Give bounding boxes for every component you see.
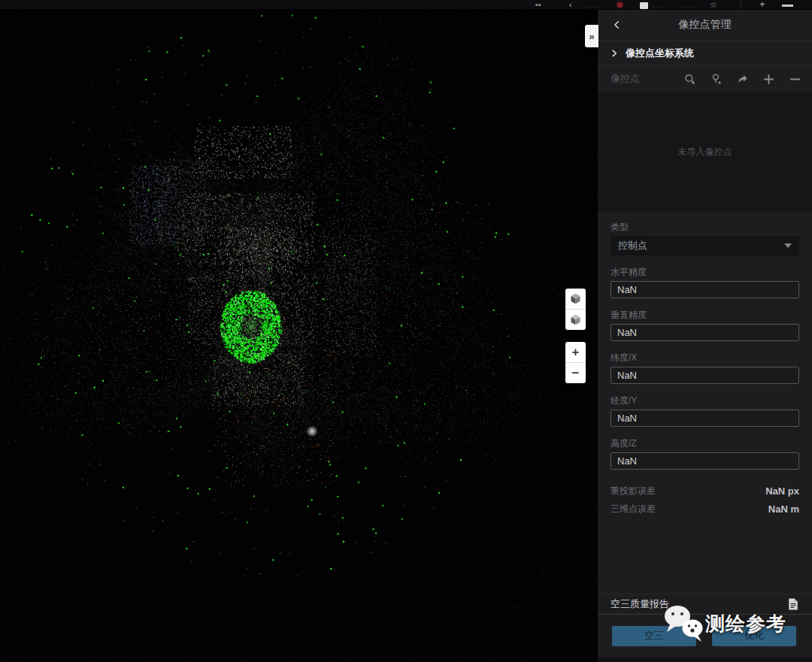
horizontal-accuracy-input[interactable]: [611, 281, 799, 298]
panel-header: 像控点管理: [598, 9, 812, 41]
gcp-toolbar-icons: [683, 73, 801, 86]
zoom-to-icon: [683, 73, 696, 86]
action-bar: 空三 优化: [598, 615, 812, 657]
toolbar-fragment-icon: ▪▪: [535, 1, 541, 9]
add-point-button[interactable]: [762, 73, 775, 86]
panel-bottom-strip: [598, 657, 812, 662]
optimize-button[interactable]: 优化: [712, 626, 796, 646]
zoom-in-button[interactable]: +: [565, 342, 586, 362]
chevron-left-icon: [612, 20, 623, 30]
gcp-management-panel: 像控点管理 像控点坐标系统 像控点: [598, 9, 812, 662]
field-label: 水平精度: [611, 267, 799, 277]
minus-fragment-icon: [782, 5, 793, 7]
toolbar-label-fragment: ·······: [680, 3, 700, 10]
open-report-button[interactable]: [787, 598, 799, 610]
panel-expand-button[interactable]: »: [585, 25, 598, 47]
longitude-y-input[interactable]: [611, 410, 799, 427]
plus-fragment-icon: +: [759, 0, 765, 9]
zoom-to-point-button[interactable]: [683, 73, 696, 86]
chevron-double-right-icon: »: [589, 31, 594, 42]
top-toolbar-strip: ▪▪ ‹ ········ ····· ······· ☆ +: [0, 0, 812, 10]
quality-report-row: 空三质量报告: [598, 594, 812, 615]
field-longitude-y: 经度/Y: [611, 395, 799, 427]
gcp-empty-list: 未导入像控点: [598, 92, 812, 212]
view-cube-wire-button[interactable]: [565, 310, 586, 330]
latitude-x-input[interactable]: [611, 367, 799, 384]
field-label: 经度/Y: [611, 395, 799, 406]
empty-list-message: 未导入像控点: [678, 146, 732, 159]
panel-spacer: [598, 518, 812, 594]
stat-label: 三维点误差: [611, 503, 656, 515]
point3d-error-row: 三维点误差 NaN m: [611, 500, 799, 518]
chevron-down-icon: [784, 243, 792, 248]
zoom-control: + −: [565, 342, 586, 383]
height-z-input[interactable]: [611, 452, 799, 470]
point-cloud-viewport[interactable]: [0, 9, 598, 662]
back-button[interactable]: [611, 18, 624, 32]
minus-icon: −: [572, 367, 580, 379]
gcp-toolbar: 像控点: [598, 66, 812, 92]
layer-fragment-icon: [640, 2, 648, 9]
field-label: 高度/Z: [611, 438, 799, 449]
point-cloud-canvas[interactable]: [0, 9, 598, 662]
view-mode-control: [565, 289, 586, 330]
type-select-value: 控制点: [618, 239, 647, 252]
cube-icon: [569, 292, 582, 305]
panel-title: 像控点管理: [679, 18, 732, 32]
field-height-z: 高度/Z: [611, 438, 799, 470]
gcp-list-label: 像控点: [611, 72, 640, 86]
star-fragment-icon: ☆: [710, 1, 717, 9]
chevron-right-icon: [610, 49, 619, 58]
stat-label: 重投影误差: [611, 485, 656, 497]
share-arrow-icon: [736, 73, 749, 86]
plus-icon: [762, 73, 775, 86]
error-stats: 重投影误差 NaN px 三维点误差 NaN m: [611, 482, 799, 518]
reprojection-error-row: 重投影误差 NaN px: [611, 482, 799, 500]
record-indicator-icon: [617, 2, 623, 8]
toolbar-divider: [741, 0, 741, 9]
field-label: 纬度/X: [611, 352, 799, 363]
field-vertical-accuracy: 垂直精度: [611, 310, 799, 341]
vertical-accuracy-input[interactable]: [611, 324, 799, 341]
cube-icon: [569, 313, 582, 326]
zoom-out-button[interactable]: −: [565, 363, 586, 383]
quality-report-label: 空三质量报告: [611, 597, 669, 611]
coordinate-system-expander[interactable]: 像控点坐标系统: [598, 41, 812, 66]
toolbar-label-fragment: ········: [580, 3, 602, 10]
field-label: 垂直精度: [611, 310, 799, 320]
document-icon: [788, 598, 798, 610]
toolbar-label-fragment: ·····: [653, 3, 666, 10]
field-horizontal-accuracy: 水平精度: [611, 267, 799, 298]
chevron-left-fragment-icon: ‹: [569, 1, 572, 9]
aerotriangulation-button[interactable]: 空三: [612, 626, 696, 646]
stat-value: NaN m: [768, 503, 799, 515]
type-label: 类型: [611, 222, 799, 232]
field-latitude-x: 纬度/X: [611, 352, 799, 384]
plus-icon: +: [572, 346, 580, 358]
locate-pin-icon: [710, 73, 723, 86]
type-select[interactable]: 控制点: [611, 236, 799, 255]
remove-point-button[interactable]: [789, 73, 801, 86]
pick-point-button[interactable]: [710, 73, 723, 86]
coordinate-system-label: 像控点坐标系统: [626, 47, 694, 60]
export-share-button[interactable]: [736, 73, 749, 86]
gcp-property-form: 类型 控制点 水平精度 垂直精度 纬度/X 经度/Y 高度/Z 重投影误差: [598, 212, 812, 518]
stat-value: NaN px: [765, 485, 799, 497]
view-cube-shaded-button[interactable]: [565, 289, 586, 309]
minus-icon: [789, 73, 801, 86]
